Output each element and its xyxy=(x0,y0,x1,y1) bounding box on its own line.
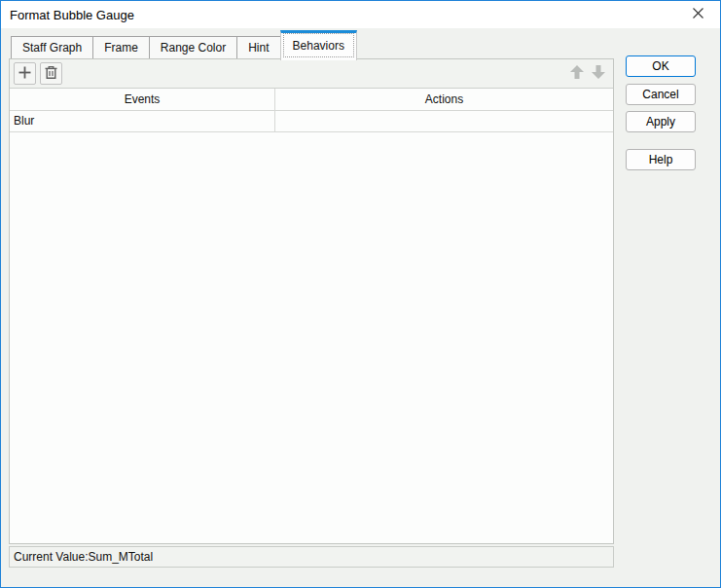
events-actions-table: Events Actions Blur xyxy=(10,89,613,132)
action-cell[interactable] xyxy=(275,111,613,132)
ok-button[interactable]: OK xyxy=(626,55,696,77)
arrow-down-icon xyxy=(591,64,606,83)
dialog-title: Format Bubble Gauge xyxy=(10,8,134,22)
move-up-button[interactable] xyxy=(566,63,588,85)
current-value-text: Current Value:Sum_MTotal xyxy=(14,550,153,564)
table-row[interactable]: Blur xyxy=(10,111,613,132)
help-button[interactable]: Help xyxy=(626,149,696,170)
behaviors-toolbar xyxy=(10,59,613,89)
trash-icon xyxy=(44,65,58,83)
tab-staff-graph[interactable]: Staff Graph xyxy=(11,36,93,59)
event-cell[interactable]: Blur xyxy=(10,111,275,132)
title-bar: Format Bubble Gauge xyxy=(1,1,720,28)
format-bubble-gauge-dialog: Format Bubble Gauge Staff Graph Frame Ra… xyxy=(0,0,721,588)
table-header-row: Events Actions xyxy=(10,89,613,111)
arrow-up-icon xyxy=(569,64,585,83)
apply-button[interactable]: Apply xyxy=(626,111,696,132)
tab-behaviors[interactable]: Behaviors xyxy=(280,30,357,60)
tab-hint[interactable]: Hint xyxy=(236,36,280,59)
delete-event-button[interactable] xyxy=(40,62,62,85)
tab-bar: Staff Graph Frame Range Color Hint Behav… xyxy=(11,31,357,59)
tab-frame[interactable]: Frame xyxy=(92,36,150,59)
status-bar: Current Value:Sum_MTotal xyxy=(9,546,614,568)
behaviors-panel: Events Actions Blur xyxy=(9,58,614,544)
plus-icon xyxy=(18,65,32,83)
add-event-button[interactable] xyxy=(14,62,36,85)
cancel-button[interactable]: Cancel xyxy=(626,84,696,105)
tab-range-color[interactable]: Range Color xyxy=(149,36,237,59)
close-button[interactable] xyxy=(681,1,714,28)
column-header-events: Events xyxy=(10,89,275,111)
close-icon xyxy=(692,7,704,22)
column-header-actions: Actions xyxy=(275,89,613,111)
move-down-button[interactable] xyxy=(588,63,609,85)
